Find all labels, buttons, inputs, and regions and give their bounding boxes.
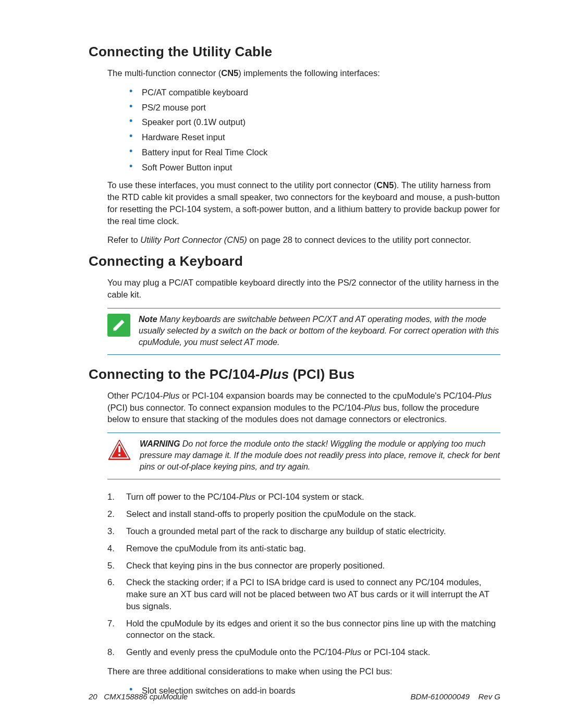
pcibus-body: Other PC/104-Plus or PCI-104 expansion b… [107, 390, 500, 425]
text: (PCI) bus connector. To connect expansio… [107, 403, 364, 412]
list-item: Select and install stand-offs to properl… [107, 508, 500, 520]
warning-text: WARNING Do not force the module onto the… [140, 438, 500, 473]
list-item: Soft Power Button input [129, 162, 500, 174]
note-callout: Note Many keyboards are switchable betwe… [107, 308, 500, 355]
doc-rev: Rev G [478, 692, 500, 701]
plus-italic: Plus [163, 391, 179, 400]
pcibus-steps: Turn off power to the PC/104-Plus or PCI… [107, 491, 500, 658]
utility-body: The multi-function connector (CN5) imple… [107, 67, 500, 246]
list-item: PC/AT compatible keyboard [129, 87, 500, 98]
doc-number: BDM-610000049 [410, 692, 469, 701]
text: or PCI-104 expansion boards may be conne… [180, 391, 475, 400]
warning-label: WARNING [140, 439, 180, 448]
doc-title: CMX158886 cpuModule [104, 692, 188, 701]
pcibus-para-after: There are three additional consideration… [107, 665, 500, 677]
heading-utility-cable: Connecting the Utility Cable [89, 44, 500, 60]
svg-rect-2 [118, 446, 120, 452]
warning-icon [107, 438, 131, 461]
xref-italic: Utility Port Connector (CN5) [140, 235, 247, 244]
note-label: Note [139, 315, 157, 324]
list-item: PS/2 mouse port [129, 102, 500, 114]
text: or PCI-104 stack. [361, 647, 430, 657]
svg-rect-3 [118, 454, 120, 456]
text: To use these interfaces, you must connec… [107, 180, 376, 190]
utility-bullet-list: PC/AT compatible keyboard PS/2 mouse por… [129, 87, 500, 174]
plus-italic: Plus [345, 647, 361, 657]
list-item: Gently and evenly press the cpuModule on… [107, 646, 500, 658]
list-item: Speaker port (0.1W output) [129, 116, 500, 128]
footer-right: BDM-610000049 Rev G [410, 692, 500, 701]
note-icon [107, 314, 130, 337]
text: Turn off power to the PC/104- [126, 492, 239, 501]
plus-italic: Plus [475, 391, 492, 400]
text: (PCI) Bus [289, 366, 354, 382]
plus-italic: Plus [239, 492, 255, 501]
keyboard-para: You may plug a PC/AT compatible keyboard… [107, 277, 500, 301]
list-item: Hold the cpuModule by its edges and orie… [107, 618, 500, 641]
warning-callout: WARNING Do not force the module onto the… [107, 433, 500, 479]
text: Many keyboards are switchable between PC… [139, 315, 499, 347]
list-item: Touch a grounded metal part of the rack … [107, 525, 500, 537]
page-footer: 20 CMX158886 cpuModule BDM-610000049 Rev… [89, 692, 500, 701]
text: or PCI-104 system or stack. [256, 492, 364, 501]
text: The multi-function connector ( [107, 68, 221, 78]
text: Gently and evenly press the cpuModule on… [126, 647, 345, 657]
utility-intro: The multi-function connector (CN5) imple… [107, 67, 500, 79]
text: Connecting to the PC/104- [89, 366, 260, 382]
plus-italic: Plus [260, 366, 289, 382]
utility-para2: To use these interfaces, you must connec… [107, 179, 500, 227]
pcibus-para1: Other PC/104-Plus or PCI-104 expansion b… [107, 390, 500, 425]
list-item: Check the stacking order; if a PCI to IS… [107, 576, 500, 612]
heading-pci-bus: Connecting to the PC/104-Plus (PCI) Bus [89, 366, 500, 382]
list-item: Check that keying pins in the bus connec… [107, 560, 500, 572]
plus-italic: Plus [364, 403, 381, 412]
list-item: Hardware Reset input [129, 131, 500, 143]
note-text: Note Many keyboards are switchable betwe… [139, 314, 500, 348]
text: on page 28 to connect devices to the uti… [247, 235, 471, 244]
keyboard-body: You may plug a PC/AT compatible keyboard… [107, 277, 500, 301]
text: Do not force the module onto the stack! … [140, 439, 500, 471]
text: Other PC/104- [107, 391, 163, 400]
footer-left: 20 CMX158886 cpuModule [89, 692, 188, 701]
list-item: Turn off power to the PC/104-Plus or PCI… [107, 491, 500, 503]
list-item: Battery input for Real Time Clock [129, 146, 500, 158]
cn5-bold: CN5 [221, 68, 238, 78]
page-number: 20 [89, 692, 97, 701]
list-item: Remove the cpuModule from its anti-stati… [107, 542, 500, 554]
cn5-bold: CN5 [376, 180, 394, 190]
text: ) implements the following interfaces: [238, 68, 380, 78]
utility-para3: Refer to Utility Port Connector (CN5) on… [107, 234, 500, 246]
heading-keyboard: Connecting a Keyboard [89, 253, 500, 269]
page: Connecting the Utility Cable The multi-f… [0, 0, 563, 728]
text: Refer to [107, 235, 140, 244]
